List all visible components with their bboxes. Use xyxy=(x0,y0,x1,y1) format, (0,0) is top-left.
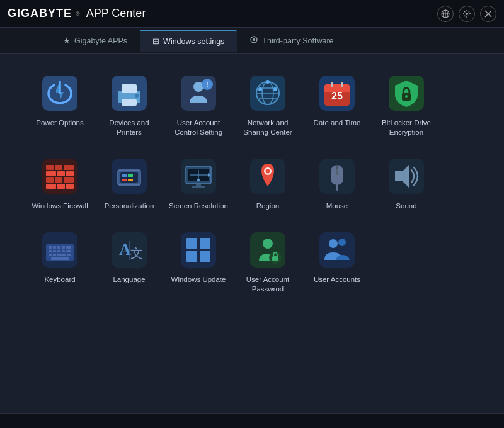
mouse-label: Mouse xyxy=(326,201,348,211)
svg-rect-80 xyxy=(49,246,52,249)
app-windows-firewall[interactable]: Windows Firewall xyxy=(25,150,94,217)
svg-rect-41 xyxy=(55,165,62,170)
date-time-icon: 25 xyxy=(317,73,357,113)
window-controls xyxy=(437,6,496,22)
svg-rect-50 xyxy=(57,184,65,189)
app-personalization[interactable]: Personalization xyxy=(94,150,164,217)
user-account-password-label: User Account Passwrod xyxy=(236,275,299,294)
keyboard-label: Keyboard xyxy=(44,275,75,284)
svg-rect-82 xyxy=(57,246,60,249)
svg-point-8 xyxy=(253,38,255,41)
app-language[interactable]: A 文 Language xyxy=(94,223,164,300)
svg-rect-51 xyxy=(66,184,74,189)
tab-windows-settings[interactable]: ⊞ Windows settings xyxy=(140,30,237,52)
svg-point-110 xyxy=(338,239,346,246)
svg-rect-49 xyxy=(46,184,56,189)
settings-button[interactable] xyxy=(459,6,475,22)
tab-third-party-label: Third-party Software xyxy=(262,37,333,45)
svg-rect-85 xyxy=(49,250,52,252)
app-bitlocker[interactable]: BitLocker Drive Encryption xyxy=(372,67,441,144)
svg-rect-40 xyxy=(46,165,54,170)
svg-rect-88 xyxy=(62,250,65,252)
main-content: Power Options Devices and Printers xyxy=(0,54,504,313)
close-button[interactable] xyxy=(480,6,496,22)
svg-rect-14 xyxy=(122,99,137,106)
svg-rect-93 xyxy=(67,254,71,256)
svg-rect-107 xyxy=(272,256,278,261)
svg-text:文: 文 xyxy=(130,246,143,260)
svg-point-109 xyxy=(329,239,338,248)
svg-point-26 xyxy=(266,80,270,84)
svg-rect-42 xyxy=(64,165,74,170)
titlebar: GIGABYTE ® APP Center xyxy=(0,0,504,28)
personalization-icon xyxy=(109,156,149,196)
app-screen-resolution[interactable]: Screen Resolution xyxy=(164,150,233,217)
network-sharing-label: Network and Sharing Center xyxy=(236,118,299,137)
language-label: Language xyxy=(113,275,145,284)
tab-third-party[interactable]: Third-party Software xyxy=(237,30,346,52)
svg-rect-55 xyxy=(122,174,127,177)
svg-rect-44 xyxy=(57,171,65,176)
svg-rect-33 xyxy=(331,82,333,87)
svg-rect-58 xyxy=(128,179,133,181)
svg-rect-83 xyxy=(62,246,65,249)
bitlocker-icon xyxy=(386,73,427,113)
svg-rect-90 xyxy=(49,254,52,256)
svg-rect-103 xyxy=(200,251,210,262)
app-keyboard[interactable]: Keyboard xyxy=(25,223,94,300)
power-options-icon xyxy=(40,73,80,113)
svg-point-70 xyxy=(266,169,270,173)
svg-rect-81 xyxy=(53,246,56,249)
tab-bar: ★ Gigabyte APPs ⊞ Windows settings Third… xyxy=(0,28,504,54)
svg-rect-47 xyxy=(55,177,62,183)
svg-rect-104 xyxy=(250,232,285,268)
svg-rect-57 xyxy=(122,179,127,181)
sound-label: Sound xyxy=(396,201,416,211)
svg-rect-100 xyxy=(186,238,197,249)
globe-button[interactable] xyxy=(437,6,454,22)
app-sound[interactable]: Sound xyxy=(372,150,441,217)
mouse-icon xyxy=(317,156,357,196)
windows-firewall-label: Windows Firewall xyxy=(32,201,88,211)
network-sharing-icon xyxy=(248,73,288,113)
app-user-account-password[interactable]: User Account Passwrod xyxy=(233,223,302,300)
brand-name: GIGABYTE xyxy=(8,7,72,20)
windows-firewall-icon xyxy=(40,156,80,196)
keyboard-icon xyxy=(40,230,80,270)
svg-rect-99 xyxy=(181,232,216,268)
svg-rect-48 xyxy=(64,177,74,183)
svg-rect-34 xyxy=(341,82,343,87)
bitlocker-label: BitLocker Drive Encryption xyxy=(375,118,438,137)
uac-icon: ! xyxy=(178,73,219,113)
svg-rect-87 xyxy=(57,250,60,252)
devices-printers-label: Devices and Printers xyxy=(98,118,161,137)
app-network-sharing[interactable]: Network and Sharing Center xyxy=(233,67,302,144)
personalization-label: Personalization xyxy=(105,201,154,211)
app-region[interactable]: Region xyxy=(233,150,302,217)
svg-rect-13 xyxy=(122,84,137,93)
svg-rect-94 xyxy=(51,257,69,260)
svg-text:!: ! xyxy=(206,81,208,88)
dot-icon xyxy=(249,35,258,46)
svg-rect-89 xyxy=(66,250,71,252)
sound-icon xyxy=(386,156,427,196)
app-mouse[interactable]: Mouse xyxy=(302,150,372,217)
svg-point-28 xyxy=(273,87,277,91)
svg-rect-63 xyxy=(192,186,205,188)
svg-point-105 xyxy=(263,239,273,249)
app-uac[interactable]: ! User Account Control Setting xyxy=(164,67,233,144)
windows-update-label: Windows Update xyxy=(171,275,226,284)
app-devices-printers[interactable]: Devices and Printers xyxy=(94,67,164,144)
date-time-label: Date and Time xyxy=(314,118,361,128)
app-power-options[interactable]: Power Options xyxy=(25,67,94,144)
svg-point-27 xyxy=(258,87,262,91)
uac-label: User Account Control Setting xyxy=(167,118,230,137)
app-windows-update[interactable]: Windows Update xyxy=(164,223,233,300)
brand-sup: ® xyxy=(76,11,80,17)
svg-rect-92 xyxy=(57,254,66,256)
tab-gigabyte-apps[interactable]: ★ Gigabyte APPs xyxy=(50,30,140,52)
devices-printers-icon xyxy=(109,73,149,113)
app-user-accounts[interactable]: User Accounts xyxy=(302,223,372,300)
app-date-time[interactable]: 25 Date and Time xyxy=(302,67,372,144)
svg-rect-56 xyxy=(128,174,133,177)
